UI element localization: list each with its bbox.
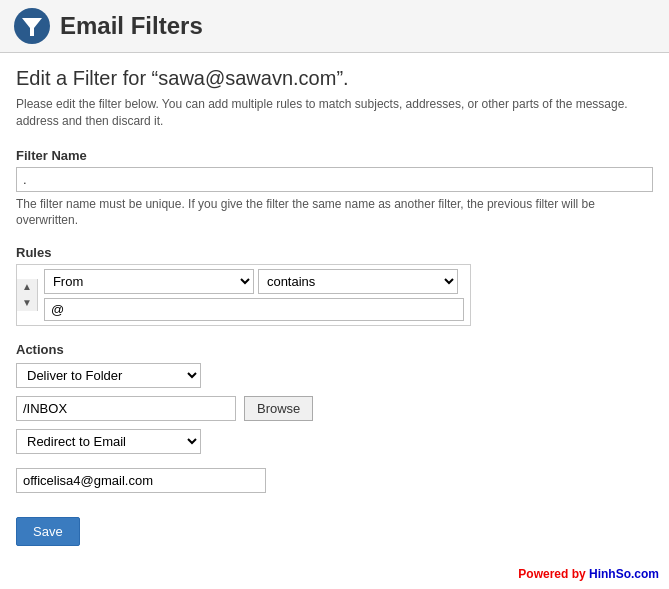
redirect-action-row: Redirect to Email Copy to Email	[16, 429, 653, 454]
page-header-title: Email Filters	[60, 12, 203, 40]
footer: Powered by HinhSo.com	[518, 567, 659, 581]
redirect-select[interactable]: Redirect to Email Copy to Email	[16, 429, 201, 454]
filter-name-label: Filter Name	[16, 148, 653, 163]
page-header: Email Filters	[0, 0, 669, 53]
edit-filter-title: Edit a Filter for “sawa@sawavn.com”.	[16, 67, 653, 90]
footer-site: HinhSo.com	[589, 567, 659, 581]
browse-button[interactable]: Browse	[244, 396, 313, 421]
folder-row: Browse	[16, 396, 653, 421]
deliver-action-row: Deliver to Folder Discard Reject Redirec…	[16, 363, 653, 388]
email-filters-icon	[14, 8, 50, 44]
folder-input[interactable]	[16, 396, 236, 421]
actions-label: Actions	[16, 342, 653, 357]
rules-value-input[interactable]	[44, 298, 464, 321]
page-description: Please edit the filter below. You can ad…	[16, 96, 653, 130]
actions-section: Actions Deliver to Folder Discard Reject…	[16, 342, 653, 493]
filter-name-hint: The filter name must be unique. If you g…	[16, 196, 653, 230]
rules-wrapper: ▲ ▼ From To Subject Body Header contai	[16, 264, 471, 326]
rules-up-arrow[interactable]: ▲	[17, 279, 37, 295]
rules-field-select[interactable]: From To Subject Body Header	[44, 269, 254, 294]
rules-section: Rules ▲ ▼ From To Subject Body Header	[16, 245, 653, 326]
rules-down-arrow[interactable]: ▼	[17, 295, 37, 311]
rules-arrows: ▲ ▼	[17, 279, 38, 311]
rules-row: From To Subject Body Header contains doe…	[38, 265, 470, 325]
redirect-email-input[interactable]	[16, 468, 266, 493]
rules-selects: From To Subject Body Header contains doe…	[44, 269, 464, 294]
footer-text: Powered by HinhSo.com	[518, 567, 659, 581]
rules-controls: ▲ ▼ From To Subject Body Header contai	[17, 265, 470, 325]
rules-label: Rules	[16, 245, 653, 260]
rules-condition-select[interactable]: contains does not contain is is not begi…	[258, 269, 458, 294]
filter-name-section: Filter Name The filter name must be uniq…	[16, 148, 653, 230]
save-button[interactable]: Save	[16, 517, 80, 546]
filter-name-input[interactable]	[16, 167, 653, 192]
deliver-select[interactable]: Deliver to Folder Discard Reject Redirec…	[16, 363, 201, 388]
main-content: Edit a Filter for “sawa@sawavn.com”. Ple…	[0, 53, 669, 566]
